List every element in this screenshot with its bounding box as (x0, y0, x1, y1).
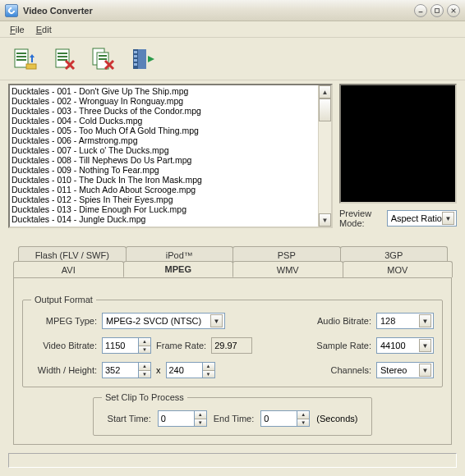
channels-label: Channels: (330, 365, 371, 375)
spin-down-icon[interactable]: ▼ (297, 419, 309, 427)
scrollbar[interactable]: ▲ ▼ (318, 85, 331, 227)
sample-rate-select[interactable]: 44100▼ (376, 337, 434, 354)
spin-down-icon[interactable]: ▼ (203, 371, 214, 378)
titlebar: Video Converter (0, 0, 465, 21)
statusbar (8, 453, 457, 468)
output-format-legend: Output Format (31, 295, 96, 304)
list-item[interactable]: Ducktales - 014 - Jungle Duck.mpg (12, 214, 316, 224)
chevron-down-icon: ▼ (419, 364, 431, 377)
svg-rect-7 (16, 59, 26, 61)
svg-rect-25 (134, 55, 137, 57)
spin-down-icon[interactable]: ▼ (139, 371, 150, 378)
file-list[interactable]: Ducktales - 001 - Don't Give Up The Ship… (8, 84, 333, 228)
menubar: File Edit (0, 21, 465, 38)
maximize-button[interactable] (430, 4, 444, 17)
list-item[interactable]: Ducktales - 011 - Much Ado About Scrooge… (12, 185, 316, 195)
svg-rect-13 (58, 56, 67, 57)
list-item[interactable]: Ducktales - 002 - Wronguay In Ronguay.mp… (12, 96, 316, 106)
mpeg-type-select[interactable]: MPEG-2 SVCD (NTSC)▼ (102, 313, 225, 329)
scroll-thumb[interactable] (319, 98, 331, 121)
scroll-up-button[interactable]: ▲ (319, 85, 331, 98)
list-item[interactable]: Ducktales - 004 - Cold Ducks.mpg (12, 116, 316, 126)
channels-select[interactable]: Stereo▼ (376, 362, 434, 378)
audio-bitrate-label: Audio Bitrate: (317, 316, 371, 326)
svg-rect-28 (138, 49, 146, 69)
list-item[interactable]: Ducktales - 010 - The Duck In The Iron M… (12, 175, 316, 185)
frame-rate-label: Frame Rate: (156, 341, 206, 350)
chevron-down-icon: ▼ (210, 314, 223, 327)
spin-down-icon[interactable]: ▼ (195, 419, 206, 427)
list-item[interactable]: Ducktales - 003 - Three Ducks of the Con… (12, 106, 316, 116)
preview-mode-label: Preview Mode: (339, 208, 384, 228)
remove-file-button[interactable] (48, 43, 81, 76)
start-time-input[interactable]: ▲▼ (158, 410, 207, 427)
audio-bitrate-select[interactable]: 128▼ (376, 313, 434, 329)
window-title: Video Converter (23, 6, 414, 16)
svg-rect-1 (435, 8, 440, 12)
clear-list-button[interactable] (87, 43, 120, 76)
height-input[interactable]: ▲▼ (166, 362, 215, 378)
list-item[interactable]: Ducktales - 006 - Armstrong.mpg (12, 135, 316, 145)
scroll-down-button[interactable]: ▼ (319, 213, 331, 227)
list-item[interactable]: Ducktales - 009 - Nothing To Fear.mpg (12, 165, 316, 175)
spin-up-icon[interactable]: ▲ (297, 411, 309, 419)
list-item[interactable]: Ducktales - 005 - Too Much Of A Gold Thi… (12, 126, 316, 135)
tab-3gp[interactable]: 3GP (340, 246, 449, 263)
svg-rect-5 (16, 53, 26, 54)
svg-rect-20 (99, 58, 107, 60)
convert-button[interactable] (127, 43, 159, 76)
svg-marker-8 (30, 54, 35, 57)
frame-rate-field (211, 337, 252, 354)
chevron-down-icon: ▼ (419, 339, 431, 352)
tab-avi[interactable]: AVI (13, 261, 124, 277)
svg-rect-26 (134, 59, 137, 62)
svg-rect-19 (99, 55, 107, 57)
minimize-button[interactable] (414, 4, 427, 17)
width-height-label: Width / Height: (31, 365, 97, 375)
spin-down-icon[interactable]: ▼ (139, 346, 150, 354)
svg-rect-9 (31, 57, 33, 62)
clip-group: Set Clip To Process Start Time: ▲▼ End T… (93, 392, 372, 436)
list-item[interactable]: Ducktales - 007 - Luck o' The Ducks.mpg (12, 145, 316, 155)
spin-up-icon[interactable]: ▲ (203, 363, 214, 371)
end-time-input[interactable]: ▲▼ (260, 410, 310, 427)
tab-ipod-[interactable]: iPod™ (126, 246, 234, 263)
tab-psp[interactable]: PSP (232, 246, 341, 263)
list-item[interactable]: Ducktales - 008 - Till Nephews Do Us Par… (12, 155, 316, 165)
spin-up-icon[interactable]: ▲ (195, 411, 206, 419)
svg-rect-27 (134, 63, 137, 66)
tab-mpeg[interactable]: MPEG (123, 261, 234, 277)
menu-file[interactable]: File (5, 23, 30, 36)
seconds-label: (Seconds) (316, 414, 357, 423)
list-item[interactable]: Ducktales - 001 - Don't Give Up The Ship… (12, 86, 316, 96)
close-button[interactable] (447, 4, 460, 17)
add-files-button[interactable] (8, 43, 41, 76)
tab-mov[interactable]: MOV (343, 261, 453, 277)
svg-marker-29 (148, 56, 154, 62)
start-time-label: Start Time: (108, 414, 151, 423)
clip-legend: Set Clip To Process (102, 392, 187, 402)
sample-rate-label: Sample Rate: (316, 341, 371, 350)
svg-rect-12 (58, 53, 67, 54)
svg-rect-24 (134, 51, 137, 53)
preview-mode-select[interactable]: Aspect Ratio ▼ (387, 210, 457, 227)
video-bitrate-input[interactable]: ▲▼ (102, 337, 151, 354)
spin-up-icon[interactable]: ▲ (139, 338, 150, 346)
svg-rect-10 (26, 64, 36, 69)
preview-display (339, 84, 457, 204)
spin-up-icon[interactable]: ▲ (139, 363, 150, 371)
output-format-group: Output Format MPEG Type: MPEG-2 SVCD (NT… (22, 295, 443, 387)
svg-rect-11 (56, 49, 69, 67)
menu-edit[interactable]: Edit (31, 23, 57, 36)
svg-rect-14 (58, 59, 67, 61)
toolbar (0, 38, 465, 80)
end-time-label: End Time: (214, 414, 255, 423)
tab-flash-flv-swf-[interactable]: Flash (FLV / SWF) (18, 246, 127, 263)
list-item[interactable]: Ducktales - 012 - Spies In Their Eyes.mp… (12, 195, 316, 204)
app-icon (5, 4, 18, 17)
tab-wmv[interactable]: WMV (232, 261, 343, 277)
width-input[interactable]: ▲▼ (102, 362, 151, 378)
scroll-track[interactable] (319, 98, 331, 213)
list-item[interactable]: Ducktales - 013 - Dime Enough For Luck.m… (12, 204, 316, 214)
chevron-down-icon: ▼ (442, 212, 454, 225)
